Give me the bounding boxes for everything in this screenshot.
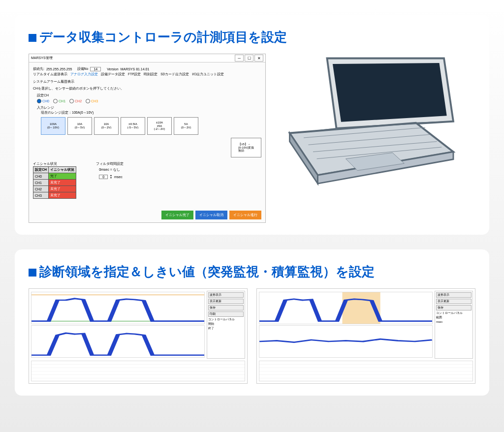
top-title: データ収集コントローラの計測項目を設定 bbox=[29, 29, 475, 46]
chart-row: 波形表示 表示更新 保存 印刷 コントロールパネル 開始 終了 bbox=[29, 288, 475, 384]
maximize-icon[interactable]: ☐ bbox=[245, 55, 253, 62]
chart-bottom-right bbox=[259, 325, 433, 358]
menu-analog[interactable]: アナログ入力設定 bbox=[70, 72, 98, 77]
refresh-button[interactable]: 表示更新 bbox=[208, 299, 244, 304]
right-data-table bbox=[259, 361, 473, 381]
chart-top-left bbox=[31, 292, 205, 324]
save-button[interactable]: 保存 bbox=[208, 305, 244, 310]
tab-waveform[interactable]: 波形表示 bbox=[208, 292, 244, 298]
range-button-0[interactable]: 100A(0～10V) bbox=[41, 117, 65, 135]
window-title: MARSYS管理 bbox=[31, 56, 234, 61]
table-row: CH1未完了 bbox=[33, 180, 76, 186]
right-control-panel: 波形表示 表示更新 保存 コントロールパネル 範囲 msec bbox=[435, 291, 473, 359]
left-control-panel: 波形表示 表示更新 保存 印刷 コントロールパネル 開始 終了 bbox=[207, 291, 245, 359]
filter-eq: 0msec = なし bbox=[96, 167, 124, 172]
range-button-2[interactable]: 10A(0～2V) bbox=[94, 117, 119, 135]
ch1-radio[interactable]: CH1 bbox=[53, 99, 65, 103]
instruction-text: CHを選択し、センサー接続のボタンを押下してください。 bbox=[33, 86, 261, 91]
ch3-radio[interactable]: CH3 bbox=[86, 99, 98, 103]
menu-io[interactable]: I/O出力ユニット設定 bbox=[192, 72, 224, 77]
current-range: 現在のレンジ設定：100A(0～10V) bbox=[37, 110, 261, 115]
menu-realtime[interactable]: リアルタイム波形表示 bbox=[33, 72, 67, 77]
connection-row: 接続先: 255.255.255.255 設備No 14 Version MAR… bbox=[33, 66, 261, 71]
menu-bar: リアルタイム波形表示 アナログ入力設定 設備データ設定 FTP設定 時刻設定 S… bbox=[33, 72, 261, 84]
range-label: 入力レンジ bbox=[37, 105, 261, 110]
laptop-illustration bbox=[276, 54, 463, 196]
table-title: イニシャル状況 bbox=[33, 161, 76, 166]
table-row: CH2未完了 bbox=[33, 186, 76, 192]
tab-waveform[interactable]: 波形表示 bbox=[436, 292, 472, 298]
initial-running-button[interactable]: イニシャル進行 bbox=[229, 211, 261, 219]
menu-sd[interactable]: SDカード出力設定 bbox=[160, 72, 189, 77]
filter-unit: msec bbox=[114, 175, 123, 179]
ver-value: MARSYS 81.14.01 bbox=[121, 67, 150, 71]
range-button-4[interactable]: ±10A±5A(-2～2V) bbox=[147, 117, 172, 135]
addr-label: 接続先: bbox=[33, 66, 44, 71]
menu-time[interactable]: 時刻設定 bbox=[144, 72, 158, 77]
initial-done-button[interactable]: イニシャル完了 bbox=[161, 211, 193, 219]
initial-cancel-button[interactable]: イニシャル取消 bbox=[195, 211, 227, 219]
chart-bottom-left bbox=[31, 325, 205, 358]
spinner-down-icon[interactable]: ▼ bbox=[110, 177, 112, 179]
bottom-title: 診断領域を指定＆しきい値（突発監視・積算監視）を設定 bbox=[29, 263, 475, 280]
chart-app-right: 波形表示 表示更新 保存 コントロールパネル 範囲 msec bbox=[256, 288, 475, 384]
devno-label: 設備No bbox=[77, 66, 89, 71]
range-button-3[interactable]: ±0.5IA(-5～5V) bbox=[121, 117, 145, 135]
window-titlebar: MARSYS管理 ─ ☐ ✕ bbox=[29, 54, 265, 62]
refresh-button[interactable]: 表示更新 bbox=[436, 299, 472, 304]
filter-label: フィルタ時間設定 bbox=[96, 161, 124, 166]
menu-ftp[interactable]: FTP設定 bbox=[128, 72, 141, 77]
top-card: データ収集コントローラの計測項目を設定 MARSYS管理 ─ ☐ ✕ 接続先: … bbox=[15, 15, 489, 235]
save-button[interactable]: 保存 bbox=[436, 305, 472, 310]
chart-top-right bbox=[259, 292, 433, 324]
devno-input[interactable]: 14 bbox=[90, 67, 101, 71]
svg-marker-1 bbox=[333, 63, 447, 122]
ver-label: Version bbox=[107, 67, 118, 71]
conv-toggle-button[interactable]: 【±5】→ [0-10V]変換 無効 bbox=[231, 138, 261, 157]
setting-ch-label: 設定CH bbox=[37, 93, 261, 98]
menu-alarm[interactable]: システムアラーム履歴表示 bbox=[33, 80, 74, 84]
close-icon[interactable]: ✕ bbox=[254, 55, 263, 62]
ch2-radio[interactable]: CH2 bbox=[69, 99, 82, 103]
left-data-table bbox=[31, 361, 245, 381]
minimize-icon[interactable]: ─ bbox=[235, 55, 244, 62]
ch0-radio[interactable]: CH0 bbox=[37, 99, 49, 103]
chart-app-left: 波形表示 表示更新 保存 印刷 コントロールパネル 開始 終了 bbox=[29, 288, 248, 384]
initial-status-table: 設定CHイニシャル状況 CH0完了CH1未完了CH2未完了CH3未完了 bbox=[33, 166, 76, 199]
range-buttons: 100A(0～10V)10A(0～5V)10A(0～2V)±0.5IA(-5～5… bbox=[37, 117, 261, 135]
table-row: CH0完了 bbox=[33, 173, 76, 180]
table-row: CH3未完了 bbox=[33, 192, 76, 199]
menu-equip[interactable]: 設備データ設定 bbox=[101, 72, 125, 77]
marsys-window: MARSYS管理 ─ ☐ ✕ 接続先: 255.255.255.255 設備No… bbox=[29, 54, 266, 223]
print-button[interactable]: 印刷 bbox=[208, 311, 244, 317]
filter-value-input[interactable]: 0 bbox=[99, 175, 108, 179]
range-button-5[interactable]: 5A(0～2V) bbox=[174, 117, 198, 135]
addr-value: 255.255.255.255 bbox=[46, 67, 72, 71]
bottom-card: 診断領域を指定＆しきい値（突発監視・積算監視）を設定 波形表示 表示更新 保存 … bbox=[15, 249, 489, 396]
range-button-1[interactable]: 10A(0～5V) bbox=[67, 117, 92, 135]
